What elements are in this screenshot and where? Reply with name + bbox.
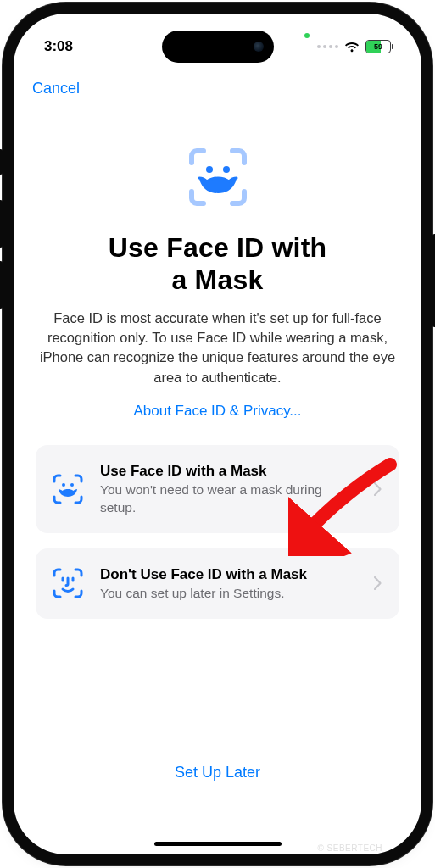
face-id-icon (49, 566, 86, 600)
cellular-icon (317, 45, 338, 48)
chevron-right-icon (374, 482, 386, 496)
svg-point-1 (223, 166, 230, 173)
silent-switch (0, 149, 3, 175)
face-id-mask-icon (49, 472, 86, 506)
iphone-frame: 3:08 59 Cancel (14, 14, 421, 854)
chevron-right-icon (374, 576, 386, 590)
svg-point-2 (62, 483, 65, 487)
option-title: Use Face ID with a Mask (100, 462, 360, 480)
svg-point-3 (70, 483, 74, 487)
option-use-with-mask[interactable]: Use Face ID with a Mask You won't need t… (36, 445, 399, 533)
page-description: Face ID is most accurate when it's set u… (36, 309, 399, 388)
volume-down-button (0, 261, 3, 309)
home-indicator (154, 842, 282, 846)
face-id-mask-hero-icon (185, 144, 251, 214)
status-right: 59 (317, 40, 391, 53)
page-title: Use Face ID with a Mask (109, 232, 327, 297)
battery-percent: 59 (366, 41, 390, 53)
recording-indicator-icon (304, 33, 310, 38)
svg-point-0 (206, 166, 213, 173)
battery-icon: 59 (365, 40, 391, 53)
status-bar: 3:08 59 (14, 32, 421, 61)
about-privacy-link[interactable]: About Face ID & Privacy... (133, 403, 301, 420)
nav-bar: Cancel (14, 73, 421, 104)
volume-up-button (0, 200, 3, 248)
option-title: Don't Use Face ID with a Mask (100, 565, 360, 583)
main-content: Use Face ID with a Mask Face ID is most … (14, 115, 421, 821)
screen: 3:08 59 Cancel (14, 14, 421, 854)
option-subtitle: You won't need to wear a mask during set… (100, 481, 360, 515)
status-time: 3:08 (44, 38, 73, 55)
wifi-icon (344, 42, 360, 53)
option-subtitle: You can set up later in Settings. (100, 585, 360, 602)
set-up-later-button[interactable]: Set Up Later (14, 764, 421, 782)
watermark: © SEBERTECH (317, 843, 382, 853)
cancel-button[interactable]: Cancel (32, 80, 80, 97)
option-dont-use-with-mask[interactable]: Don't Use Face ID with a Mask You can se… (36, 548, 399, 619)
